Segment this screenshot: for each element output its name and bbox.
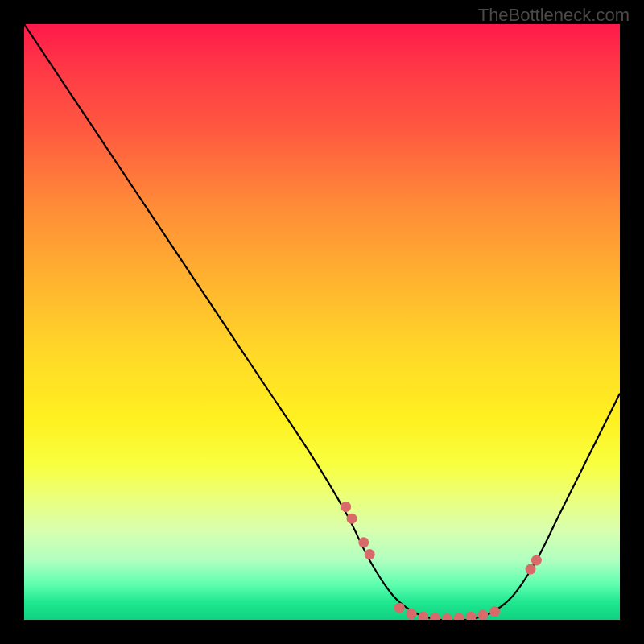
- highlight-marker: [454, 613, 464, 620]
- highlight-marker: [365, 549, 375, 559]
- bottleneck-curve-line: [24, 24, 620, 620]
- highlight-marker: [477, 610, 488, 620]
- highlight-marker: [358, 537, 369, 547]
- highlight-marker: [531, 555, 542, 566]
- highlight-marker: [442, 613, 452, 620]
- highlight-marker: [466, 612, 477, 620]
- highlight-marker: [430, 613, 440, 620]
- highlight-marker: [341, 502, 351, 512]
- watermark-text: TheBottleneck.com: [478, 5, 630, 26]
- highlight-marker: [489, 606, 500, 617]
- highlight-marker: [526, 564, 536, 575]
- highlight-marker: [394, 603, 405, 613]
- chart-svg-layer: [24, 24, 620, 620]
- highlight-marker: [347, 514, 357, 524]
- highlight-marker: [418, 612, 428, 620]
- chart-plot-area: [24, 24, 620, 620]
- highlight-marker: [407, 609, 417, 619]
